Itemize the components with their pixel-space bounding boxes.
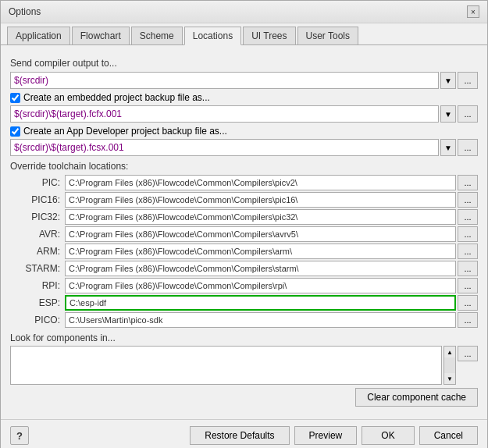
compiler-output-dropdown[interactable]: ▼ [440,72,456,89]
help-button[interactable]: ? [10,426,29,445]
tab-locations[interactable]: Locations [184,27,241,45]
toolchain-rpi-input[interactable] [65,278,456,293]
app-backup-input-row: ▼ ... [10,139,478,156]
toolchain-esp-browse[interactable]: ... [458,295,478,311]
embedded-backup-label: Create an embedded project backup file a… [23,92,210,103]
toolchain-pic-name: PIC: [10,177,65,188]
scroll-down-button[interactable]: ▼ [444,373,455,384]
tab-application[interactable]: Application [7,27,70,44]
toolchain-esp-input[interactable] [65,295,456,311]
app-backup-browse[interactable]: ... [458,139,478,156]
tab-ui-trees[interactable]: UI Trees [243,27,295,44]
dialog-title: Options [9,6,41,17]
toolchain-pico-name: PICO: [10,315,65,325]
toolchain-starm-name: STARM: [10,263,65,274]
compiler-output-row: ▼ ... [10,72,478,89]
toolchain-label: Override toolchain locations: [10,161,478,172]
app-backup-label: Create an App Developer project backup f… [23,126,227,137]
look-components-textarea[interactable] [10,346,442,385]
toolchain-esp-name: ESP: [10,297,65,308]
toolchain-pic32-browse[interactable]: ... [458,209,478,225]
embedded-backup-row: Create an embedded project backup file a… [10,92,478,103]
look-scrollbar: ▲ ▼ [443,346,456,385]
app-backup-checkbox[interactable] [10,126,20,137]
bottom-bar: ? Restore Defaults Preview OK Cancel [1,419,487,448]
toolchain-avr-name: AVR: [10,229,65,240]
toolchain-starm-input[interactable] [65,261,456,276]
ok-button[interactable]: OK [362,426,414,445]
app-backup-row: Create an App Developer project backup f… [10,126,478,137]
toolchain-pic32-row: PIC32: ... [10,209,478,225]
toolchain-avr-input[interactable] [65,226,456,242]
toolchain-pico-browse[interactable]: ... [458,312,478,328]
cancel-button[interactable]: Cancel [419,426,478,445]
toolchain-rpi-browse[interactable]: ... [458,278,478,293]
app-backup-input[interactable] [10,139,439,156]
toolchain-pic16-name: PIC16: [10,194,65,205]
toolchain-starm-row: STARM: ... [10,261,478,276]
look-components-row: ▲ ▼ ... [10,346,478,385]
toolchain-pic16-input[interactable] [65,192,456,208]
embedded-backup-input[interactable] [10,105,439,123]
title-bar: Options × [1,1,487,23]
close-button[interactable]: × [467,5,479,18]
tab-scheme[interactable]: Scheme [131,27,183,44]
preview-button[interactable]: Preview [294,426,358,445]
toolchain-arm-name: ARM: [10,246,65,257]
embedded-backup-input-row: ▼ ... [10,105,478,123]
toolchain-arm-browse[interactable]: ... [458,244,478,259]
toolchain-avr-row: AVR: ... [10,226,478,242]
clear-cache-button[interactable]: Clear component cache [355,388,478,407]
tab-flowchart[interactable]: Flowchart [72,27,130,44]
toolchain-section: Override toolchain locations: PIC: ... P… [10,161,478,328]
toolchain-rpi-name: RPI: [10,280,65,291]
toolchain-pic32-input[interactable] [65,209,456,225]
tab-bar: Application Flowchart Scheme Locations U… [1,23,487,45]
toolchain-starm-browse[interactable]: ... [458,261,478,276]
compiler-output-label: Send compiler output to... [10,58,478,69]
app-backup-dropdown[interactable]: ▼ [440,139,456,156]
embedded-backup-browse[interactable]: ... [458,105,478,123]
toolchain-pic16-row: PIC16: ... [10,192,478,208]
toolchain-pico-input[interactable] [65,312,456,328]
embedded-backup-checkbox[interactable] [10,93,20,103]
toolchain-pic-row: PIC: ... [10,175,478,190]
look-components-browse[interactable]: ... [458,346,478,361]
toolchain-avr-browse[interactable]: ... [458,226,478,242]
toolchain-arm-row: ARM: ... [10,244,478,259]
tab-user-tools[interactable]: User Tools [297,27,358,44]
embedded-backup-dropdown[interactable]: ▼ [440,105,456,123]
look-components-label: Look for components in... [10,332,478,343]
scroll-track [444,357,455,373]
restore-defaults-button[interactable]: Restore Defaults [190,426,289,445]
toolchain-esp-row: ESP: ... [10,295,478,311]
toolchain-pic-browse[interactable]: ... [458,175,478,190]
toolchain-rpi-row: RPI: ... [10,278,478,293]
toolchain-pic-input[interactable] [65,175,456,190]
toolchain-pic32-name: PIC32: [10,212,65,222]
toolchain-pic16-browse[interactable]: ... [458,192,478,208]
compiler-output-input[interactable] [10,72,439,89]
toolchain-pico-row: PICO: ... [10,312,478,328]
toolchain-arm-input[interactable] [65,244,456,259]
options-dialog: Options × Application Flowchart Scheme L… [0,0,488,448]
look-components-section: Look for components in... ▲ ▼ ... [10,332,478,385]
compiler-output-browse[interactable]: ... [458,72,478,89]
scroll-up-button[interactable]: ▲ [444,347,455,357]
main-content: Send compiler output to... ▼ ... Create … [1,45,487,414]
